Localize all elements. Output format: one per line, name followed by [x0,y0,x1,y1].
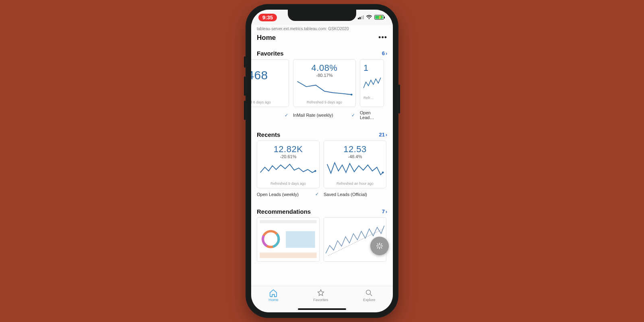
favorites-count-link[interactable]: 6› [382,50,387,56]
favorites-title: Favorites [257,50,284,57]
recommendation-thumb[interactable] [257,217,320,262]
metric-value: 4.08% [312,63,338,73]
recents-title: Recents [257,131,280,138]
svg-rect-4 [260,220,316,223]
metric-value: 468 [251,63,268,82]
favorites-scroll[interactable]: 468 …ed 8 days ago 4.08% -80.17% Refresh… [251,59,393,107]
tab-favorites[interactable]: Favorites [313,289,328,302]
svg-rect-9 [260,252,316,258]
recommendations-count-link[interactable]: 7› [382,208,387,215]
metric-value: 1 [363,63,369,73]
svg-rect-8 [286,231,315,248]
check-icon: ✓ [351,113,355,118]
chevron-right-icon: › [386,51,387,56]
card-label-row: Saved Leads (Official) [324,192,386,197]
recent-card[interactable]: 12.53 -48.4% Refreshed an hour ago [324,140,386,188]
metric-value: 12.53 [343,144,367,155]
svg-point-0 [351,94,353,96]
svg-line-18 [381,244,382,245]
refreshed-label: Refreshed 9 days ago [307,100,342,104]
recommendations-title: Recommendations [257,208,311,215]
favorite-card[interactable]: 468 …ed 8 days ago [251,59,289,107]
refreshed-label: Refr… [363,96,374,100]
card-label-row: …Mail Sent ✓ [251,110,289,120]
favorite-card[interactable]: 1 Refr… [360,59,384,107]
more-icon[interactable]: ••• [378,33,387,42]
metric-delta: -48.4% [348,154,362,159]
recents-count-link[interactable]: 21› [379,132,387,138]
phone-frame: 9:35 ⚡ tableau-server.ext.metrics.tablea… [246,4,398,318]
svg-line-16 [377,244,378,245]
home-icon [269,289,278,297]
search-icon [365,289,374,297]
chevron-right-icon: › [386,209,387,215]
notch [288,10,356,21]
card-label-row: InMail Rate (weekly) ✓ [293,110,356,120]
refreshed-label: Refreshed 9 days ago [270,182,306,186]
tab-explore[interactable]: Explore [363,289,376,302]
wifi-icon [366,15,372,20]
recommendations-scroll[interactable] [251,217,393,262]
card-label-row: Open Leads (weekly) ✓ [257,192,320,197]
tab-home[interactable]: Home [268,289,278,302]
card-label-row: Open Lead… [360,110,384,120]
server-label: tableau-server.ext.metrics.tableau.com: … [251,25,393,31]
svg-point-1 [314,170,316,172]
screen: 9:35 ⚡ tableau-server.ext.metrics.tablea… [251,10,393,312]
check-icon: ✓ [315,192,319,197]
svg-point-20 [366,290,371,295]
metric-delta: -80.17% [316,73,333,78]
signal-icon [358,15,364,19]
sparkline [259,159,318,181]
svg-line-21 [370,294,372,296]
recents-scroll[interactable]: 12.82K -20.61% Refreshed 9 days ago 12.5… [251,140,393,188]
battery-icon: ⚡ [374,15,384,20]
page-title: Home [257,34,276,42]
status-time: 9:35 [258,14,277,21]
refreshed-label: …ed 8 days ago [251,100,271,104]
chevron-right-icon: › [386,132,387,138]
check-icon: ✓ [285,113,288,118]
metric-delta: -20.61% [280,154,297,159]
sparkline [363,73,382,95]
refreshed-label: Refreshed an hour ago [336,182,374,186]
home-indicator[interactable] [298,308,346,310]
favorite-card[interactable]: 4.08% -80.17% Refreshed 9 days ago [293,59,356,107]
svg-point-2 [382,171,384,173]
recent-card[interactable]: 12.82K -20.61% Refreshed 9 days ago [257,140,320,188]
sparkline [326,159,384,181]
svg-line-17 [381,247,382,248]
sparkline [295,78,354,99]
metric-value: 12.82K [274,144,303,155]
content: tableau-server.ext.metrics.tableau.com: … [251,25,393,286]
star-icon [316,289,325,297]
data-source-fab[interactable] [370,237,389,255]
svg-line-19 [377,247,378,248]
